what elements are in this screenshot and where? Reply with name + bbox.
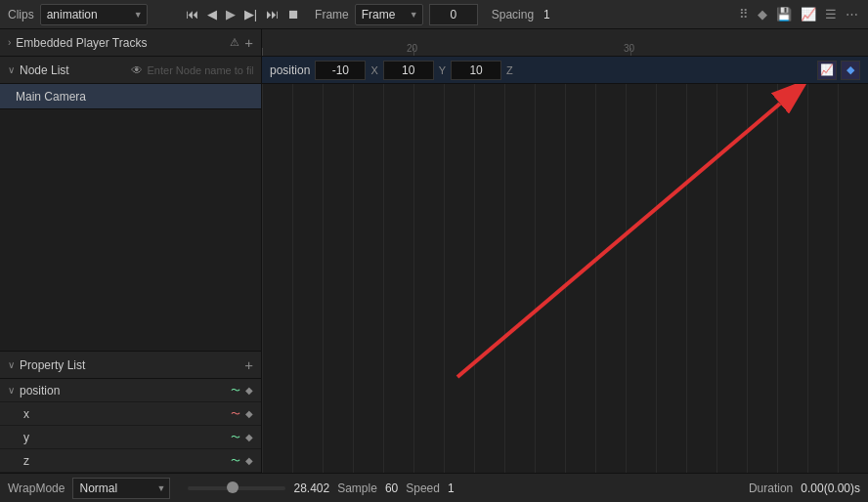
curve-icon-button[interactable]: 📈 (799, 5, 818, 23)
top-bar: Clips animation ▼ ⏮ ◀ ▶ ▶| ⏭ ⏹ Frame Fra… (0, 0, 868, 29)
scrubber-track[interactable] (188, 486, 285, 490)
grid-line-16 (747, 84, 748, 473)
sample-label: Sample (337, 481, 377, 495)
property-list-header: ∨ Property List + (0, 352, 261, 379)
wrapmode-select[interactable]: Normal (72, 478, 170, 499)
embedded-tracks-toggle[interactable]: › (8, 37, 11, 48)
clips-label: Clips (8, 8, 34, 21)
next-end-button[interactable]: ⏭ (263, 5, 282, 23)
position-curve-icon: 〜 (231, 384, 240, 397)
grid-line-5 (413, 84, 414, 473)
spacing-label: Spacing (492, 8, 534, 21)
property-position-name: position (20, 384, 226, 397)
diamond-icon-button[interactable]: ◆ (756, 5, 769, 23)
position-z-axis: Z (506, 64, 513, 76)
tracks-warning-icon: ⚠ (230, 36, 239, 49)
frame-select-wrapper[interactable]: Frame ▼ (355, 4, 423, 25)
duration-value: 0.00(0.00)s (801, 481, 860, 495)
y-curve-icon: 〜 (231, 431, 240, 444)
property-y-name: y (23, 431, 226, 444)
svg-line-1 (457, 104, 780, 377)
left-panel: › Embedded Player Tracks ⚠ + ∨ Node List… (0, 29, 262, 473)
next-frame-button[interactable]: ▶| (241, 5, 260, 23)
node-list-toggle[interactable]: ∨ (8, 64, 15, 75)
top-bar-right-icons: ⠿ ◆ 💾 📈 ☰ ⋯ (737, 5, 860, 23)
save-icon-button[interactable]: 💾 (774, 5, 794, 23)
position-timeline-row: position X Y Z 📈 ◆ (262, 57, 868, 84)
grid-line-8 (504, 84, 505, 473)
position-x-input[interactable] (315, 61, 366, 80)
scrubber-thumb[interactable] (227, 481, 239, 493)
frame-label: Frame (315, 8, 349, 21)
position-curve-button[interactable]: 📈 (817, 61, 837, 80)
clips-select[interactable]: animation (40, 4, 148, 25)
ruler-line-20 (413, 48, 414, 56)
timeline-grid (262, 84, 868, 473)
x-curve-icon: 〜 (231, 407, 240, 421)
position-z-input[interactable] (451, 61, 501, 80)
position-key-button[interactable]: ◆ (841, 61, 860, 80)
property-z-row: z 〜 ◆ (0, 449, 261, 473)
more-icon-button[interactable]: ⋯ (844, 5, 860, 23)
property-x-name: x (23, 407, 226, 421)
position-row-label: position (270, 63, 310, 77)
frame-input[interactable] (429, 4, 478, 25)
grid-line-1 (292, 84, 293, 473)
grid-line-0 (262, 84, 263, 473)
ruler-mark-20: 20 (407, 43, 417, 54)
node-list-header: ∨ Node List 👁 (0, 57, 261, 84)
grid-line-15 (716, 84, 717, 473)
play-button[interactable]: ▶ (223, 5, 239, 23)
y-diamond-icon: ◆ (245, 432, 253, 442)
embedded-tracks-header: › Embedded Player Tracks ⚠ + (0, 29, 261, 57)
wrapmode-label: WrapMode (8, 481, 65, 495)
transport-controls: ⏮ ◀ ▶ ▶| ⏭ ⏹ (183, 5, 303, 23)
main-area: › Embedded Player Tracks ⚠ + ∨ Node List… (0, 29, 868, 473)
stop-button[interactable]: ⏹ (284, 5, 303, 23)
embedded-tracks-add-button[interactable]: + (244, 35, 253, 50)
wrapmode-select-wrapper[interactable]: Normal ▼ (72, 478, 170, 499)
left-panel-spacer (0, 143, 261, 351)
list-icon-button[interactable]: ☰ (823, 5, 839, 23)
grid-line-18 (807, 84, 808, 473)
spacing-value: 1 (543, 8, 550, 21)
x-diamond-icon: ◆ (245, 408, 253, 419)
position-y-axis: Y (439, 64, 446, 76)
z-diamond-icon: ◆ (245, 455, 253, 466)
property-y-row: y 〜 ◆ (0, 426, 261, 449)
prev-frame-button[interactable]: ◀ (204, 5, 220, 23)
duration-label: Duration (749, 481, 793, 495)
grid-line-7 (474, 84, 475, 473)
grid-line-2 (323, 84, 324, 473)
property-list-toggle[interactable]: ∨ (8, 359, 15, 370)
timeline-ruler: 20 30 (262, 29, 868, 57)
node-list-eye-icon[interactable]: 👁 (131, 63, 143, 77)
grid-icon-button[interactable]: ⠿ (737, 5, 751, 23)
grid-line-19 (838, 84, 839, 473)
grid-line-6 (444, 84, 445, 473)
property-list-section: ∨ Property List + ∨ position 〜 ◆ x 〜 ◆ y… (0, 351, 261, 473)
grid-line-10 (565, 84, 566, 473)
property-list-add-button[interactable]: + (244, 356, 253, 373)
property-list-title: Property List (20, 358, 239, 372)
property-x-row: x 〜 ◆ (0, 402, 261, 426)
position-diamond-icon: ◆ (245, 385, 253, 396)
grid-line-9 (535, 84, 536, 473)
clips-select-wrapper[interactable]: animation ▼ (40, 4, 148, 25)
frame-type-select[interactable]: Frame (355, 4, 423, 25)
grid-line-13 (656, 84, 657, 473)
ruler-line-30 (630, 48, 631, 56)
node-item-label: Main Camera (16, 90, 86, 104)
node-list-title: Node List (20, 63, 126, 77)
node-item-main-camera[interactable]: Main Camera (0, 84, 261, 109)
position-toggle-arrow[interactable]: ∨ (8, 385, 15, 396)
ruler-line-0 (262, 48, 263, 56)
z-curve-icon: 〜 (231, 454, 240, 468)
node-search-input[interactable] (148, 64, 254, 76)
position-y-input[interactable] (383, 61, 434, 80)
sample-value: 60 (385, 481, 398, 495)
bottom-bar: WrapMode Normal ▼ 28.402 Sample 60 Speed… (0, 473, 868, 502)
prev-end-button[interactable]: ⏮ (183, 5, 201, 23)
timeline-area: 20 30 position X Y Z 📈 ◆ (262, 29, 868, 473)
property-z-name: z (23, 454, 226, 468)
